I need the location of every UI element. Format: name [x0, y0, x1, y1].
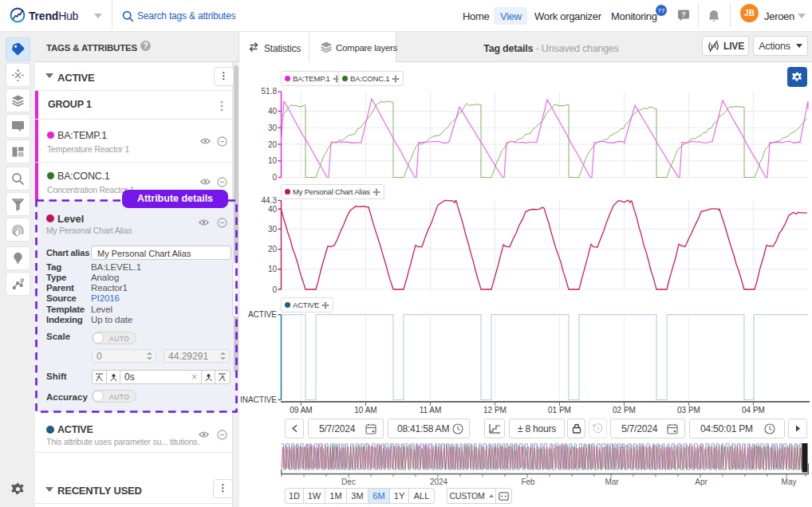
svg-text:10: 10	[268, 265, 278, 273]
svg-text:Apr: Apr	[695, 478, 708, 486]
svg-text:03 PM: 03 PM	[677, 406, 700, 415]
svg-text:INACTIVE: INACTIVE	[240, 395, 277, 404]
svg-text:Feb: Feb	[521, 478, 535, 486]
svg-text:10: 10	[268, 156, 278, 165]
svg-text:40: 40	[268, 205, 278, 214]
svg-text:Mar: Mar	[605, 478, 619, 486]
svg-text:44.3: 44.3	[262, 196, 278, 205]
svg-text:0: 0	[272, 285, 277, 294]
svg-text:02 PM: 02 PM	[613, 406, 636, 415]
svg-text:ACTIVE: ACTIVE	[248, 310, 277, 319]
svg-text:0: 0	[272, 173, 277, 182]
svg-text:51.8: 51.8	[262, 87, 278, 96]
svg-text:30: 30	[268, 124, 278, 132]
svg-text:May: May	[782, 478, 797, 486]
svg-text:01 PM: 01 PM	[548, 406, 571, 415]
svg-text:20: 20	[268, 140, 278, 149]
svg-text:Dec: Dec	[341, 478, 356, 486]
svg-text:09 AM: 09 AM	[290, 406, 312, 415]
svg-text:12 PM: 12 PM	[483, 406, 507, 415]
svg-text:2024: 2024	[430, 478, 448, 486]
svg-text:30: 30	[268, 225, 278, 234]
svg-text:11 AM: 11 AM	[420, 406, 442, 415]
svg-text:04 PM: 04 PM	[742, 406, 765, 415]
svg-text:20: 20	[268, 245, 278, 254]
svg-text:40: 40	[268, 107, 278, 116]
svg-text:10 AM: 10 AM	[354, 406, 376, 415]
